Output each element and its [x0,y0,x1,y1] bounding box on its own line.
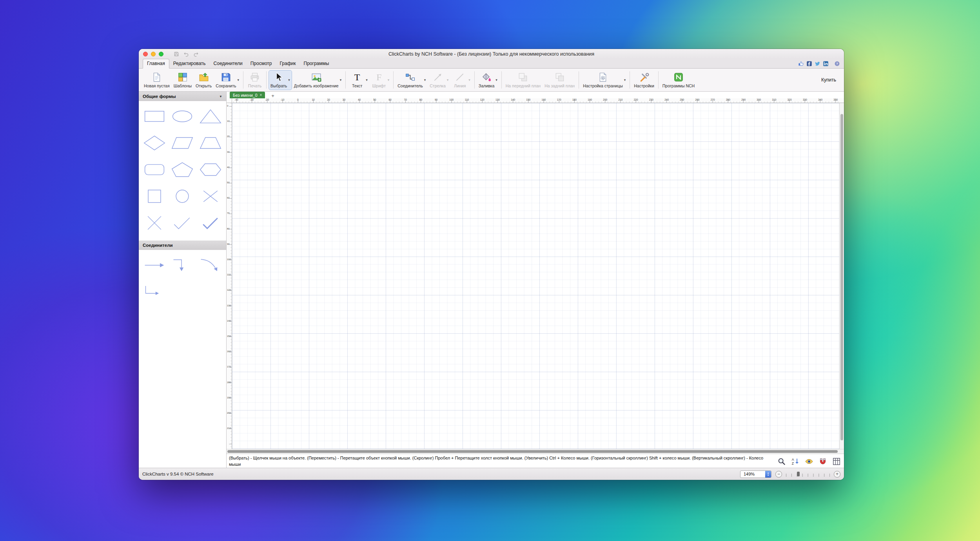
vertical-scrollbar[interactable] [839,103,844,449]
shape-multiply[interactable] [198,187,223,205]
shape-cross[interactable] [142,214,167,232]
toolbar-button-content: Заливка [479,72,494,88]
fullscreen-window-button[interactable] [159,52,163,56]
zoom-slider-thumb[interactable] [797,472,800,476]
help-icon[interactable]: ? [834,61,840,67]
menu-tab-home[interactable]: Главная [143,59,169,69]
drawing-canvas[interactable] [232,103,839,449]
ruler-label: 230 [649,98,653,101]
toolbar-button-templates[interactable]: Шаблоны [172,71,193,90]
menu-tab-programs[interactable]: Программы [300,59,333,68]
shape-pentagon[interactable] [170,161,194,179]
chevron-down-icon[interactable]: ▾ [288,78,290,82]
toolbar-button-nch-programs[interactable]: Программы NCH [661,71,696,90]
shape-parallelogram[interactable] [170,134,194,152]
toolbar-button-fill[interactable]: Заливка▾ [477,71,499,90]
svg-text:Z: Z [792,461,794,465]
shape-triangle[interactable] [198,107,223,125]
ruler-label: 30 [227,151,230,153]
facebook-icon[interactable] [806,61,812,67]
shape-ellipse[interactable] [170,107,194,125]
chevron-down-icon[interactable]: ▾ [424,78,426,82]
zoom-level-field[interactable]: 149% ▲ ▼ [740,470,771,478]
buy-button[interactable]: Купить [817,76,841,84]
sidebar-section-header-1[interactable]: Соединители [139,241,226,250]
toolbar-button-text[interactable]: TТекст▾ [348,71,369,90]
shape-hexagon[interactable] [198,161,223,179]
ruler-label: 90 [227,243,230,245]
chevron-down-icon[interactable]: ▾ [366,78,368,82]
shape-square[interactable] [142,187,167,205]
ruler-label: 210 [227,427,231,429]
ruler-label: 340 [818,98,822,101]
zoom-tool-icon[interactable] [777,457,786,466]
ruler-label: 0 [227,105,228,107]
toolbar-button-settings[interactable]: Настройки [632,71,656,90]
ruler-corner [227,98,232,103]
toolbar-button-select[interactable]: Выбрать▾ [269,71,292,90]
shape-trapezoid[interactable] [198,134,223,152]
toolbar-button-label: Линия [454,83,466,88]
main-area: Общие формы▼Соединители Без имени_0 × + … [139,92,844,468]
undo-icon[interactable] [183,51,189,57]
document-tab[interactable]: Без имени_0 × [230,92,265,98]
zoom-stepper[interactable]: ▲ ▼ [765,471,771,478]
shape-check[interactable] [170,214,194,232]
chevron-down-icon[interactable]: ▾ [624,78,626,82]
horizontal-scrollbar-thumb[interactable] [227,450,838,453]
toolbar-button-add-image[interactable]: Добавить изображение▾ [292,71,343,90]
menu-tab-connectors[interactable]: Соединители [210,59,247,68]
linkedin-icon[interactable] [823,61,829,67]
chevron-down-icon[interactable]: ▾ [340,78,342,82]
chevron-down-icon: ▾ [388,78,390,82]
shape-elbow-connector[interactable] [142,283,167,301]
zoom-slider[interactable] [786,471,830,477]
toolbar-button-label: Шаблоны [174,83,192,88]
toolbar-button-connector[interactable]: Соединитель▾ [396,71,427,90]
chevron-down-icon[interactable]: ▾ [238,78,240,82]
visibility-icon[interactable] [805,457,813,466]
document-tab-label: Без имени_0 [233,93,258,98]
stepper-down-icon[interactable]: ▼ [767,474,769,476]
shape-diamond[interactable] [142,134,167,152]
close-icon[interactable]: × [260,93,262,97]
minimize-window-button[interactable] [151,52,156,56]
toolbar-button-label: Новая пустая [144,83,170,88]
snap-magnet-icon[interactable] [818,457,827,466]
chevron-down-icon[interactable]: ▾ [495,78,497,82]
arrange-icon[interactable]: AZ [791,457,800,466]
shape-elbow-arrow-connector[interactable] [170,256,194,274]
menu-tab-view[interactable]: Просмотр [247,59,276,68]
shape-circle[interactable] [170,187,194,205]
toolbar-button-new-blank[interactable]: Новая пустая [142,71,171,90]
new-tab-button[interactable]: + [270,93,276,98]
redo-icon[interactable] [193,51,199,57]
mini-save-icon[interactable] [174,51,179,57]
twitter-icon[interactable] [815,61,820,67]
toolbar-button-arrow: Стрелка▾ [428,71,450,90]
fill-icon [481,72,492,82]
shape-heavy-check[interactable] [198,214,223,232]
close-window-button[interactable] [143,52,148,56]
shape-rounded-rectangle[interactable] [142,161,167,179]
chevron-down-icon[interactable]: ▼ [219,95,222,98]
shape-curve-arrow-connector[interactable] [198,256,223,274]
sidebar-section-header-0[interactable]: Общие формы▼ [139,92,226,101]
titlebar[interactable]: ClickCharts by NCH Software - (Без лицен… [139,49,844,59]
zoom-in-button[interactable]: + [834,471,840,478]
menu-tab-chart[interactable]: График [276,59,300,68]
toolbar-button-open[interactable]: Открыть [194,71,213,90]
toolbar-button-content: TТекст [350,72,365,88]
shape-rectangle[interactable] [142,107,167,125]
ruler-label: 20 [227,135,230,138]
layout-grid-icon[interactable] [832,457,841,466]
menu-tab-edit[interactable]: Редактировать [169,59,210,68]
horizontal-scrollbar[interactable] [227,449,844,454]
toolbar: Новая пустаяШаблоныОткрытьСохранить▾Печа… [139,69,844,92]
shape-straight-arrow-connector[interactable] [142,256,167,274]
toolbar-button-page-setup[interactable]: Настройка страницы▾ [581,71,627,90]
toolbar-button-save[interactable]: Сохранить▾ [214,71,241,90]
like-icon[interactable] [798,61,804,67]
vertical-scrollbar-thumb[interactable] [840,114,843,440]
zoom-out-button[interactable]: − [775,471,782,478]
